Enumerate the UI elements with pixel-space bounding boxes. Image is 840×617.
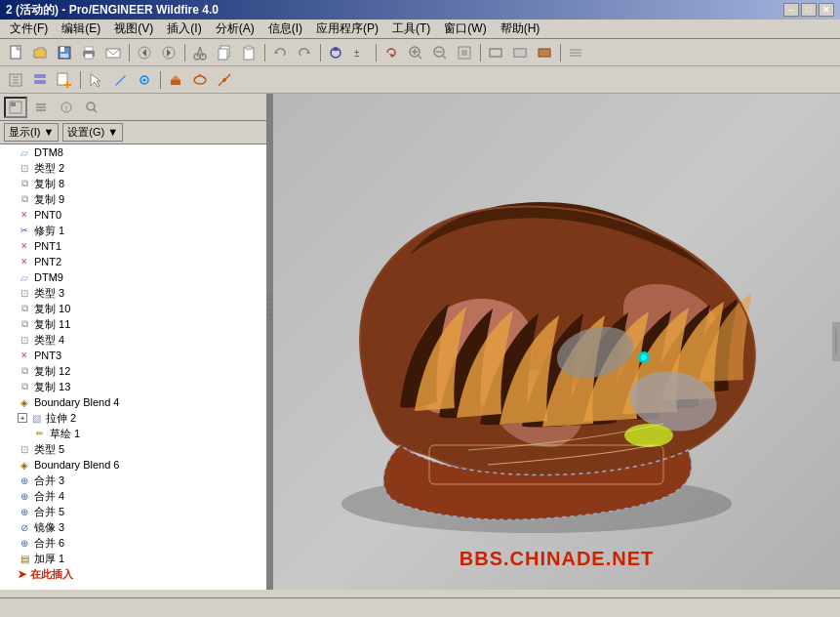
menu-tools[interactable]: 工具(T) — [386, 19, 436, 39]
svg-point-75 — [641, 354, 647, 360]
hidden-button[interactable] — [508, 42, 532, 63]
svg-line-34 — [443, 56, 446, 59]
tree-item-trim1[interactable]: 修剪 1 — [0, 223, 266, 238]
datum-button[interactable] — [133, 69, 156, 91]
toolbar-sep-3 — [261, 42, 267, 63]
svg-marker-57 — [171, 75, 180, 80]
open-button[interactable] — [28, 42, 52, 63]
menu-insert[interactable]: 插入(I) — [161, 19, 207, 39]
shaded-button[interactable] — [533, 42, 556, 63]
sweep-button[interactable] — [213, 69, 236, 91]
menu-window[interactable]: 窗口(W) — [438, 19, 492, 39]
tree-item-extrude2[interactable]: + 拉伸 2 — [0, 410, 266, 426]
tree-item-PNT1[interactable]: PNT1 — [0, 238, 266, 254]
paste-button[interactable] — [237, 42, 260, 63]
tree-item-merge3[interactable]: 合并 3 — [0, 473, 266, 488]
tree-item-copy12[interactable]: 复制 12 — [0, 363, 266, 379]
svg-rect-36 — [461, 50, 467, 56]
tree-item-merge5[interactable]: 合并 5 — [0, 504, 266, 519]
svg-rect-18 — [219, 49, 227, 60]
copy-icon — [18, 380, 31, 393]
tree-item-copy13[interactable]: 复制 13 — [0, 379, 266, 394]
tree-item-DTM8[interactable]: DTM8 — [0, 144, 266, 160]
tree-view-button[interactable] — [4, 97, 27, 118]
email-button[interactable] — [101, 42, 125, 63]
toolbar-row-1: ± — [0, 39, 840, 66]
close-button[interactable]: ✕ — [819, 3, 834, 17]
select-button[interactable] — [84, 69, 107, 91]
prev-button[interactable] — [133, 42, 156, 63]
layer-button[interactable] — [564, 42, 587, 63]
expand-icon[interactable]: + — [18, 413, 27, 423]
tree-item-PNT0[interactable]: PNT0 — [0, 207, 266, 223]
tree-item-boundary6[interactable]: Boundary Blend 6 — [0, 457, 266, 473]
svg-rect-6 — [85, 47, 93, 51]
tree-item-merge6[interactable]: 合并 6 — [0, 535, 266, 551]
menu-view[interactable]: 视图(V) — [108, 19, 159, 39]
zoom-out-button[interactable] — [428, 42, 452, 63]
layer-btn2[interactable] — [28, 69, 52, 91]
save-button[interactable] — [53, 42, 76, 63]
revolve-button[interactable] — [188, 69, 212, 91]
extrude-button2[interactable] — [164, 69, 187, 91]
tree-item-type5[interactable]: 类型 5 — [0, 441, 266, 457]
tree-item-boundary4[interactable]: Boundary Blend 4 — [0, 394, 266, 410]
toolbar2-sep-1 — [77, 69, 83, 91]
tree-item-copy11[interactable]: 复制 11 — [0, 316, 266, 332]
tree-item-sketch1[interactable]: 草绘 1 — [0, 426, 266, 441]
layer-view-button[interactable] — [29, 97, 53, 118]
menu-analysis[interactable]: 分析(A) — [210, 19, 260, 39]
tree-item-PNT3[interactable]: PNT3 — [0, 348, 266, 363]
viewport[interactable]: BBS.CHINADE.NET — [273, 94, 840, 590]
fit-button[interactable] — [453, 42, 476, 63]
copy-button[interactable] — [213, 42, 236, 63]
model-tree-button[interactable] — [4, 69, 27, 91]
maximize-button[interactable]: □ — [801, 3, 817, 17]
settings-dropdown[interactable]: 设置(G) ▼ — [62, 123, 123, 142]
svg-rect-50 — [58, 73, 67, 85]
menu-file[interactable]: 文件(F) — [4, 19, 54, 39]
model-tree[interactable]: .ti-plane::before { content: '▱'; color:… — [0, 144, 266, 590]
tree-item-type4[interactable]: 类型 4 — [0, 332, 266, 348]
sketch-button[interactable] — [108, 69, 132, 91]
redo-button[interactable] — [293, 42, 316, 63]
tree-item-mirror3[interactable]: 镜像 3 — [0, 519, 266, 535]
tree-item-PNT2[interactable]: PNT2 — [0, 254, 266, 269]
svg-rect-49 — [34, 80, 46, 84]
menu-edit[interactable]: 编辑(E) — [56, 19, 106, 39]
plane-icon — [18, 145, 31, 159]
tol-button[interactable]: ± — [348, 42, 372, 63]
cut-button[interactable] — [188, 42, 212, 63]
menu-help[interactable]: 帮助(H) — [495, 19, 546, 39]
wireframe-button[interactable] — [484, 42, 507, 63]
viewport-resize-handle[interactable] — [832, 322, 840, 361]
tree-item-thicken1[interactable]: 加厚 1 — [0, 551, 266, 566]
spin-button[interactable] — [380, 42, 403, 63]
menu-applications[interactable]: 应用程序(P) — [310, 19, 384, 39]
info-view-button[interactable]: i — [55, 97, 78, 118]
new-button[interactable] — [4, 42, 27, 63]
tree-item-copy8[interactable]: 复制 8 — [0, 176, 266, 191]
next-button[interactable] — [157, 42, 180, 63]
regen-button[interactable] — [324, 42, 347, 63]
tree-item-insert[interactable]: ➤ 在此插入 — [0, 566, 266, 582]
print-button[interactable] — [77, 42, 100, 63]
tree-item-copy10[interactable]: 复制 10 — [0, 301, 266, 316]
tree-item-merge4[interactable]: 合并 4 — [0, 488, 266, 504]
tree-item-type3[interactable]: 类型 3 — [0, 285, 266, 301]
display-dropdown[interactable]: 显示(I) ▼ — [4, 123, 59, 142]
search-view-button[interactable] — [80, 97, 103, 118]
undo-button[interactable] — [268, 42, 292, 63]
zoom-in-button[interactable] — [404, 42, 427, 63]
boundary-icon — [18, 458, 31, 472]
menu-info[interactable]: 信息(I) — [262, 19, 308, 39]
svg-rect-56 — [171, 80, 180, 85]
toolbar-sep-7 — [557, 42, 563, 63]
toolbar-sep-2 — [181, 42, 187, 63]
tree-item-DTM9[interactable]: DTM9 — [0, 269, 266, 285]
svg-rect-40 — [539, 49, 550, 57]
tree-item-type2[interactable]: 类型 2 — [0, 160, 266, 176]
minimize-button[interactable]: ─ — [783, 3, 799, 17]
tree-item-copy9[interactable]: 复制 9 — [0, 191, 266, 207]
search-button[interactable] — [53, 69, 76, 91]
